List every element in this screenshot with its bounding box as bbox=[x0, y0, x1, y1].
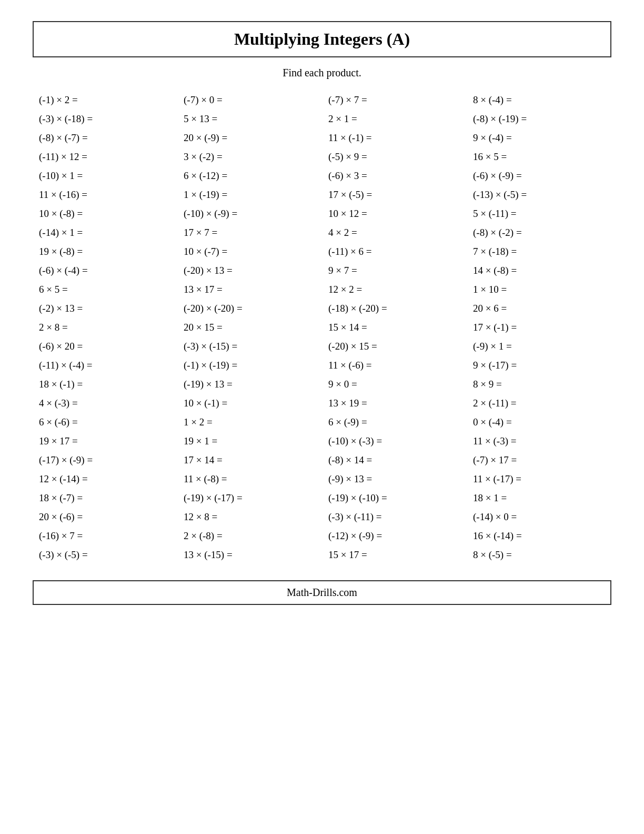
problem-item: 5 × 13 = bbox=[177, 110, 322, 128]
problem-item: 10 × 12 = bbox=[322, 204, 467, 223]
problem-item: 5 × (-11) = bbox=[467, 204, 611, 223]
problem-item: (-3) × (-11) = bbox=[322, 508, 467, 527]
problem-item: 17 × 7 = bbox=[177, 223, 322, 242]
problem-item: 20 × (-9) = bbox=[177, 128, 322, 147]
problem-item: 17 × 14 = bbox=[177, 451, 322, 470]
problem-item: 2 × (-8) = bbox=[177, 527, 322, 545]
problem-item: 4 × (-3) = bbox=[33, 394, 177, 413]
problem-item: 20 × (-6) = bbox=[33, 508, 177, 527]
problem-item: 10 × (-1) = bbox=[177, 394, 322, 413]
footer: Math-Drills.com bbox=[33, 580, 611, 605]
problem-item: (-11) × 6 = bbox=[322, 242, 467, 261]
problem-item: (-12) × (-9) = bbox=[322, 527, 467, 545]
problem-item: 19 × 17 = bbox=[33, 432, 177, 451]
problems-grid: (-1) × 2 =(-7) × 0 =(-7) × 7 =8 × (-4) =… bbox=[33, 91, 611, 564]
problem-item: (-18) × (-20) = bbox=[322, 299, 467, 318]
problem-item: (-19) × 13 = bbox=[177, 375, 322, 394]
problem-item: 9 × (-17) = bbox=[467, 356, 611, 375]
problem-item: 10 × (-7) = bbox=[177, 242, 322, 261]
problem-item: (-19) × (-17) = bbox=[177, 489, 322, 508]
problem-item: 20 × 15 = bbox=[177, 318, 322, 337]
problem-item: (-19) × (-10) = bbox=[322, 489, 467, 508]
problem-item: 0 × (-4) = bbox=[467, 413, 611, 432]
problem-item: (-10) × (-3) = bbox=[322, 432, 467, 451]
problem-item: (-10) × 1 = bbox=[33, 166, 177, 185]
problem-item: (-11) × (-4) = bbox=[33, 356, 177, 375]
problem-item: (-7) × 17 = bbox=[467, 451, 611, 470]
problem-item: 8 × (-4) = bbox=[467, 91, 611, 110]
problem-item: 14 × (-8) = bbox=[467, 261, 611, 280]
problem-item: 15 × 17 = bbox=[322, 545, 467, 564]
problem-item: 6 × (-12) = bbox=[177, 166, 322, 185]
problem-item: (-7) × 0 = bbox=[177, 91, 322, 110]
problem-item: 19 × (-8) = bbox=[33, 242, 177, 261]
problem-item: (-3) × (-5) = bbox=[33, 545, 177, 564]
problem-item: 1 × 2 = bbox=[177, 413, 322, 432]
problem-item: (-6) × (-4) = bbox=[33, 261, 177, 280]
problem-item: (-10) × (-9) = bbox=[177, 204, 322, 223]
problem-item: 13 × 17 = bbox=[177, 280, 322, 299]
title-box: Multiplying Integers (A) bbox=[33, 21, 611, 57]
problem-item: 3 × (-2) = bbox=[177, 147, 322, 166]
problem-item: 20 × 6 = bbox=[467, 299, 611, 318]
problem-item: 12 × 2 = bbox=[322, 280, 467, 299]
problem-item: (-1) × 2 = bbox=[33, 91, 177, 110]
problem-item: 1 × (-19) = bbox=[177, 185, 322, 204]
problem-item: (-17) × (-9) = bbox=[33, 451, 177, 470]
problem-item: 2 × 8 = bbox=[33, 318, 177, 337]
problem-item: (-1) × (-19) = bbox=[177, 356, 322, 375]
problem-item: (-9) × 1 = bbox=[467, 337, 611, 356]
problem-item: (-6) × 20 = bbox=[33, 337, 177, 356]
problem-item: 12 × 8 = bbox=[177, 508, 322, 527]
problem-item: (-9) × 13 = bbox=[322, 470, 467, 489]
problem-item: 17 × (-5) = bbox=[322, 185, 467, 204]
problem-item: 10 × (-8) = bbox=[33, 204, 177, 223]
page: Multiplying Integers (A) Find each produ… bbox=[33, 21, 611, 605]
problem-item: 11 × (-3) = bbox=[467, 432, 611, 451]
problem-item: 18 × 1 = bbox=[467, 489, 611, 508]
problem-item: (-8) × (-2) = bbox=[467, 223, 611, 242]
problem-item: 6 × (-9) = bbox=[322, 413, 467, 432]
problem-item: (-5) × 9 = bbox=[322, 147, 467, 166]
problem-item: 11 × (-17) = bbox=[467, 470, 611, 489]
problem-item: (-11) × 12 = bbox=[33, 147, 177, 166]
problem-item: (-3) × (-18) = bbox=[33, 110, 177, 128]
problem-item: 9 × (-4) = bbox=[467, 128, 611, 147]
problem-item: 19 × 1 = bbox=[177, 432, 322, 451]
problem-item: 11 × (-16) = bbox=[33, 185, 177, 204]
problem-item: (-7) × 7 = bbox=[322, 91, 467, 110]
problem-item: 1 × 10 = bbox=[467, 280, 611, 299]
problem-item: 18 × (-7) = bbox=[33, 489, 177, 508]
problem-item: 13 × (-15) = bbox=[177, 545, 322, 564]
problem-item: (-16) × 7 = bbox=[33, 527, 177, 545]
problem-item: 6 × (-6) = bbox=[33, 413, 177, 432]
problem-item: 4 × 2 = bbox=[322, 223, 467, 242]
problem-item: (-8) × (-19) = bbox=[467, 110, 611, 128]
problem-item: 6 × 5 = bbox=[33, 280, 177, 299]
problem-item: 9 × 0 = bbox=[322, 375, 467, 394]
problem-item: (-14) × 1 = bbox=[33, 223, 177, 242]
problem-item: 11 × (-1) = bbox=[322, 128, 467, 147]
problem-item: 2 × 1 = bbox=[322, 110, 467, 128]
problem-item: 8 × 9 = bbox=[467, 375, 611, 394]
problem-item: (-8) × 14 = bbox=[322, 451, 467, 470]
problem-item: 16 × 5 = bbox=[467, 147, 611, 166]
problem-item: 7 × (-18) = bbox=[467, 242, 611, 261]
problem-item: (-20) × 13 = bbox=[177, 261, 322, 280]
problem-item: (-3) × (-15) = bbox=[177, 337, 322, 356]
problem-item: 18 × (-1) = bbox=[33, 375, 177, 394]
problem-item: 17 × (-1) = bbox=[467, 318, 611, 337]
problem-item: 13 × 19 = bbox=[322, 394, 467, 413]
page-title: Multiplying Integers (A) bbox=[44, 29, 600, 49]
problem-item: 15 × 14 = bbox=[322, 318, 467, 337]
problem-item: (-13) × (-5) = bbox=[467, 185, 611, 204]
problem-item: 9 × 7 = bbox=[322, 261, 467, 280]
problem-item: (-6) × (-9) = bbox=[467, 166, 611, 185]
problem-item: 12 × (-14) = bbox=[33, 470, 177, 489]
problem-item: (-20) × (-20) = bbox=[177, 299, 322, 318]
problem-item: 8 × (-5) = bbox=[467, 545, 611, 564]
problem-item: 16 × (-14) = bbox=[467, 527, 611, 545]
problem-item: 2 × (-11) = bbox=[467, 394, 611, 413]
problem-item: (-14) × 0 = bbox=[467, 508, 611, 527]
problem-item: (-20) × 15 = bbox=[322, 337, 467, 356]
